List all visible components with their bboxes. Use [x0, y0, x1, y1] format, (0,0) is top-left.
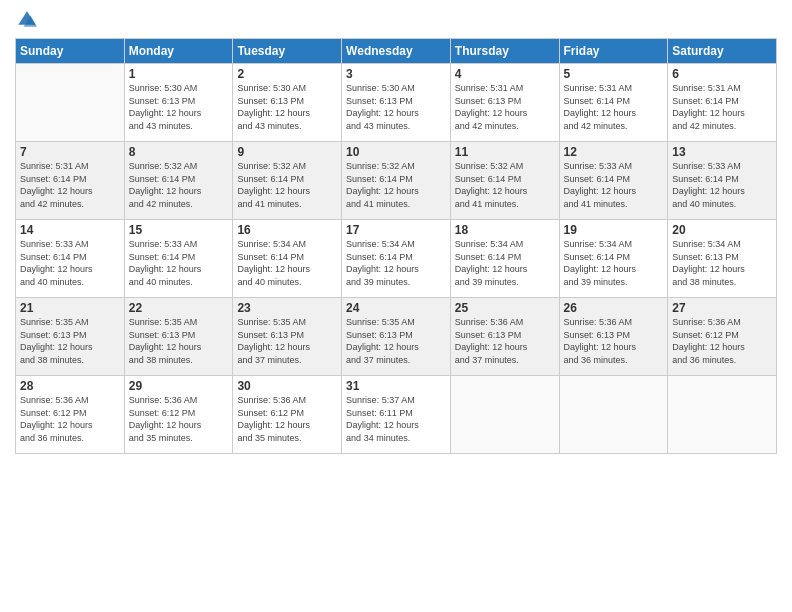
calendar-week-1: 1Sunrise: 5:30 AM Sunset: 6:13 PM Daylig… — [16, 64, 777, 142]
calendar-cell — [16, 64, 125, 142]
calendar-cell: 18Sunrise: 5:34 AM Sunset: 6:14 PM Dayli… — [450, 220, 559, 298]
calendar-cell: 1Sunrise: 5:30 AM Sunset: 6:13 PM Daylig… — [124, 64, 233, 142]
day-info: Sunrise: 5:33 AM Sunset: 6:14 PM Dayligh… — [672, 160, 772, 210]
calendar-cell — [559, 376, 668, 454]
day-info: Sunrise: 5:36 AM Sunset: 6:12 PM Dayligh… — [672, 316, 772, 366]
day-info: Sunrise: 5:36 AM Sunset: 6:12 PM Dayligh… — [20, 394, 120, 444]
calendar-cell: 26Sunrise: 5:36 AM Sunset: 6:13 PM Dayli… — [559, 298, 668, 376]
calendar-cell: 19Sunrise: 5:34 AM Sunset: 6:14 PM Dayli… — [559, 220, 668, 298]
calendar-cell: 11Sunrise: 5:32 AM Sunset: 6:14 PM Dayli… — [450, 142, 559, 220]
day-info: Sunrise: 5:34 AM Sunset: 6:14 PM Dayligh… — [237, 238, 337, 288]
calendar-cell: 24Sunrise: 5:35 AM Sunset: 6:13 PM Dayli… — [342, 298, 451, 376]
calendar-cell: 8Sunrise: 5:32 AM Sunset: 6:14 PM Daylig… — [124, 142, 233, 220]
calendar-cell: 16Sunrise: 5:34 AM Sunset: 6:14 PM Dayli… — [233, 220, 342, 298]
day-info: Sunrise: 5:31 AM Sunset: 6:14 PM Dayligh… — [564, 82, 664, 132]
calendar-cell: 5Sunrise: 5:31 AM Sunset: 6:14 PM Daylig… — [559, 64, 668, 142]
header-sunday: Sunday — [16, 39, 125, 64]
day-info: Sunrise: 5:33 AM Sunset: 6:14 PM Dayligh… — [129, 238, 229, 288]
day-number: 25 — [455, 301, 555, 315]
day-number: 15 — [129, 223, 229, 237]
day-info: Sunrise: 5:31 AM Sunset: 6:13 PM Dayligh… — [455, 82, 555, 132]
calendar-cell: 12Sunrise: 5:33 AM Sunset: 6:14 PM Dayli… — [559, 142, 668, 220]
day-number: 7 — [20, 145, 120, 159]
calendar-cell: 23Sunrise: 5:35 AM Sunset: 6:13 PM Dayli… — [233, 298, 342, 376]
day-number: 26 — [564, 301, 664, 315]
day-info: Sunrise: 5:32 AM Sunset: 6:14 PM Dayligh… — [237, 160, 337, 210]
day-info: Sunrise: 5:36 AM Sunset: 6:12 PM Dayligh… — [129, 394, 229, 444]
day-info: Sunrise: 5:35 AM Sunset: 6:13 PM Dayligh… — [20, 316, 120, 366]
calendar-cell: 27Sunrise: 5:36 AM Sunset: 6:12 PM Dayli… — [668, 298, 777, 376]
header-tuesday: Tuesday — [233, 39, 342, 64]
calendar-table: Sunday Monday Tuesday Wednesday Thursday… — [15, 38, 777, 454]
day-number: 5 — [564, 67, 664, 81]
day-number: 12 — [564, 145, 664, 159]
calendar-cell: 22Sunrise: 5:35 AM Sunset: 6:13 PM Dayli… — [124, 298, 233, 376]
calendar-cell: 6Sunrise: 5:31 AM Sunset: 6:14 PM Daylig… — [668, 64, 777, 142]
day-number: 6 — [672, 67, 772, 81]
day-info: Sunrise: 5:34 AM Sunset: 6:14 PM Dayligh… — [564, 238, 664, 288]
day-info: Sunrise: 5:37 AM Sunset: 6:11 PM Dayligh… — [346, 394, 446, 444]
day-number: 23 — [237, 301, 337, 315]
day-info: Sunrise: 5:31 AM Sunset: 6:14 PM Dayligh… — [672, 82, 772, 132]
calendar-cell: 3Sunrise: 5:30 AM Sunset: 6:13 PM Daylig… — [342, 64, 451, 142]
day-number: 8 — [129, 145, 229, 159]
calendar-week-2: 7Sunrise: 5:31 AM Sunset: 6:14 PM Daylig… — [16, 142, 777, 220]
calendar-cell: 28Sunrise: 5:36 AM Sunset: 6:12 PM Dayli… — [16, 376, 125, 454]
day-number: 31 — [346, 379, 446, 393]
day-number: 24 — [346, 301, 446, 315]
calendar-week-3: 14Sunrise: 5:33 AM Sunset: 6:14 PM Dayli… — [16, 220, 777, 298]
day-number: 27 — [672, 301, 772, 315]
calendar-cell: 13Sunrise: 5:33 AM Sunset: 6:14 PM Dayli… — [668, 142, 777, 220]
day-info: Sunrise: 5:36 AM Sunset: 6:13 PM Dayligh… — [455, 316, 555, 366]
day-number: 2 — [237, 67, 337, 81]
calendar-cell — [668, 376, 777, 454]
calendar-cell: 10Sunrise: 5:32 AM Sunset: 6:14 PM Dayli… — [342, 142, 451, 220]
day-number: 16 — [237, 223, 337, 237]
calendar-cell: 7Sunrise: 5:31 AM Sunset: 6:14 PM Daylig… — [16, 142, 125, 220]
day-info: Sunrise: 5:35 AM Sunset: 6:13 PM Dayligh… — [237, 316, 337, 366]
day-number: 9 — [237, 145, 337, 159]
day-number: 20 — [672, 223, 772, 237]
calendar-cell: 15Sunrise: 5:33 AM Sunset: 6:14 PM Dayli… — [124, 220, 233, 298]
logo — [15, 10, 41, 30]
calendar-week-5: 28Sunrise: 5:36 AM Sunset: 6:12 PM Dayli… — [16, 376, 777, 454]
calendar-cell — [450, 376, 559, 454]
day-info: Sunrise: 5:35 AM Sunset: 6:13 PM Dayligh… — [129, 316, 229, 366]
calendar-cell: 21Sunrise: 5:35 AM Sunset: 6:13 PM Dayli… — [16, 298, 125, 376]
day-info: Sunrise: 5:32 AM Sunset: 6:14 PM Dayligh… — [455, 160, 555, 210]
calendar-cell: 29Sunrise: 5:36 AM Sunset: 6:12 PM Dayli… — [124, 376, 233, 454]
day-info: Sunrise: 5:32 AM Sunset: 6:14 PM Dayligh… — [129, 160, 229, 210]
day-number: 4 — [455, 67, 555, 81]
day-info: Sunrise: 5:32 AM Sunset: 6:14 PM Dayligh… — [346, 160, 446, 210]
calendar-cell: 30Sunrise: 5:36 AM Sunset: 6:12 PM Dayli… — [233, 376, 342, 454]
day-number: 1 — [129, 67, 229, 81]
day-info: Sunrise: 5:35 AM Sunset: 6:13 PM Dayligh… — [346, 316, 446, 366]
calendar-cell: 14Sunrise: 5:33 AM Sunset: 6:14 PM Dayli… — [16, 220, 125, 298]
day-number: 19 — [564, 223, 664, 237]
calendar-cell: 2Sunrise: 5:30 AM Sunset: 6:13 PM Daylig… — [233, 64, 342, 142]
day-info: Sunrise: 5:34 AM Sunset: 6:13 PM Dayligh… — [672, 238, 772, 288]
day-info: Sunrise: 5:34 AM Sunset: 6:14 PM Dayligh… — [346, 238, 446, 288]
day-number: 18 — [455, 223, 555, 237]
logo-icon — [17, 10, 37, 30]
calendar-week-4: 21Sunrise: 5:35 AM Sunset: 6:13 PM Dayli… — [16, 298, 777, 376]
calendar-cell: 25Sunrise: 5:36 AM Sunset: 6:13 PM Dayli… — [450, 298, 559, 376]
calendar-cell: 9Sunrise: 5:32 AM Sunset: 6:14 PM Daylig… — [233, 142, 342, 220]
calendar-cell: 17Sunrise: 5:34 AM Sunset: 6:14 PM Dayli… — [342, 220, 451, 298]
day-number: 30 — [237, 379, 337, 393]
day-info: Sunrise: 5:30 AM Sunset: 6:13 PM Dayligh… — [237, 82, 337, 132]
day-number: 22 — [129, 301, 229, 315]
weekday-header-row: Sunday Monday Tuesday Wednesday Thursday… — [16, 39, 777, 64]
calendar-cell: 31Sunrise: 5:37 AM Sunset: 6:11 PM Dayli… — [342, 376, 451, 454]
day-number: 21 — [20, 301, 120, 315]
day-info: Sunrise: 5:30 AM Sunset: 6:13 PM Dayligh… — [346, 82, 446, 132]
calendar-cell: 20Sunrise: 5:34 AM Sunset: 6:13 PM Dayli… — [668, 220, 777, 298]
day-info: Sunrise: 5:30 AM Sunset: 6:13 PM Dayligh… — [129, 82, 229, 132]
day-info: Sunrise: 5:33 AM Sunset: 6:14 PM Dayligh… — [20, 238, 120, 288]
header-wednesday: Wednesday — [342, 39, 451, 64]
day-number: 3 — [346, 67, 446, 81]
header — [15, 10, 777, 30]
day-info: Sunrise: 5:34 AM Sunset: 6:14 PM Dayligh… — [455, 238, 555, 288]
day-info: Sunrise: 5:36 AM Sunset: 6:12 PM Dayligh… — [237, 394, 337, 444]
header-saturday: Saturday — [668, 39, 777, 64]
